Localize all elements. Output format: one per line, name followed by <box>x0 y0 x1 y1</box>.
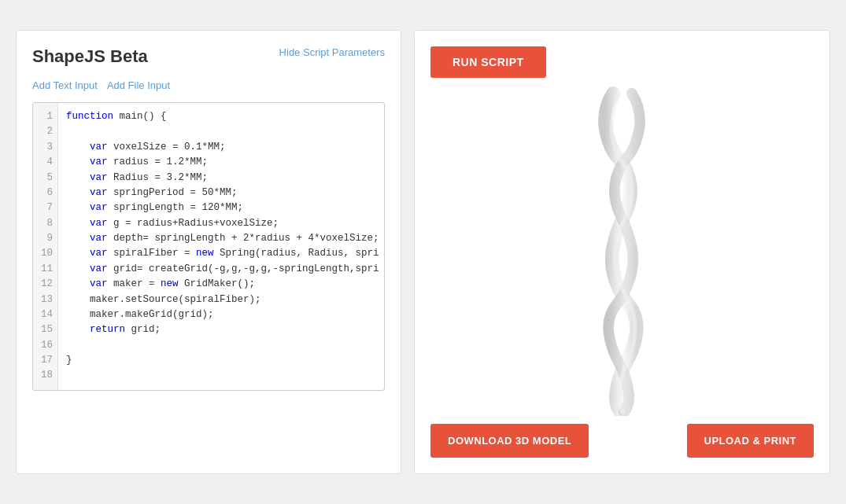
code-content[interactable]: function main() { var voxelSize = 0.1*MM… <box>58 103 385 390</box>
panel-header: ShapeJS Beta Hide Script Parameters <box>32 46 385 67</box>
add-text-input-link[interactable]: Add Text Input <box>32 79 98 91</box>
add-file-input-link[interactable]: Add File Input <box>107 79 170 91</box>
app-title: ShapeJS Beta <box>32 46 148 67</box>
3d-model-preview <box>591 86 654 416</box>
line-numbers: 12345 678910 1112131415 161718 <box>33 103 58 390</box>
model-preview <box>430 86 814 416</box>
left-panel: ShapeJS Beta Hide Script Parameters Add … <box>16 30 401 474</box>
download-3d-button[interactable]: DOWNLOAD 3D MODEL <box>430 424 589 458</box>
bottom-buttons: DOWNLOAD 3D MODEL UPLOAD & PRINT <box>430 424 814 458</box>
add-inputs-row: Add Text Input Add File Input <box>32 79 385 91</box>
main-container: ShapeJS Beta Hide Script Parameters Add … <box>0 14 846 490</box>
code-editor[interactable]: 12345 678910 1112131415 161718 function … <box>32 102 385 391</box>
run-script-button[interactable]: RUN SCRIPT <box>430 46 546 78</box>
hide-params-link[interactable]: Hide Script Parameters <box>279 46 385 58</box>
upload-print-button[interactable]: UPLOAD & PRINT <box>687 424 815 458</box>
right-panel: RUN SCRIPT <box>414 30 830 474</box>
